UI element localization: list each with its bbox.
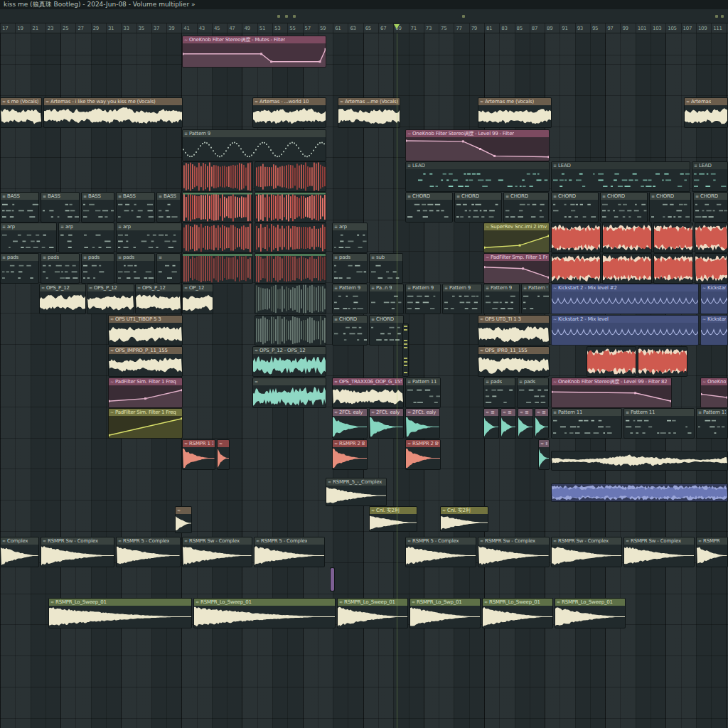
clip-header[interactable]: ≈OPS_TRAXX06_OOP_G_155	[333, 378, 403, 385]
clip[interactable]	[182, 192, 253, 223]
clip-header[interactable]: ≡CHORD	[406, 193, 452, 200]
clip-header[interactable]: ≈RSMPR Sw - Complex	[183, 537, 252, 545]
clip-header[interactable]: ≡CHORD	[694, 193, 727, 200]
clip[interactable]: ≡arp	[58, 223, 114, 253]
clip-header[interactable]: ≡LEAD	[692, 162, 727, 169]
clip[interactable]: ≈RSMPR_Lo_Sweep_01	[555, 598, 626, 628]
clip-header[interactable]: ≡arp	[1, 223, 56, 230]
clip-header[interactable]: ≈RSMPR 2 8v	[406, 440, 440, 447]
clip[interactable]: ≈Artemas - ...world 10	[252, 97, 326, 128]
clip-header[interactable]: ≈RSMPR 2 8	[333, 440, 367, 447]
clip-header[interactable]: ≈RSMPR 5 - Complex	[255, 537, 324, 545]
clip-header[interactable]: ≡BASS	[41, 193, 79, 200]
clip-header[interactable]: ≡Pattern 9	[522, 284, 549, 291]
clip[interactable]: ≈RSMPR Sw - Complex	[182, 537, 252, 567]
clip[interactable]: ≡CHORD	[454, 192, 502, 223]
clip[interactable]: ≡LEAD	[405, 161, 550, 192]
clip-header[interactable]: ≈OPS_P_12	[87, 284, 134, 291]
clip-header[interactable]: ≈Artemas me (Vocals)	[478, 98, 551, 105]
clip-header[interactable]: ≈RSMPR Sw - Complex	[552, 537, 621, 545]
clip-header[interactable]: ≡BASS	[82, 193, 114, 200]
clip[interactable]: ≡Pattern 11	[623, 408, 695, 439]
clip[interactable]: ≡arp	[332, 223, 368, 253]
clip[interactable]: ≡CHORD	[600, 192, 648, 223]
clip[interactable]: ≡Pattern 9	[483, 284, 520, 314]
clip-header[interactable]: ~Kickstart 2	[701, 316, 727, 323]
clip-header[interactable]: ≈RSMPR_5_-_Complex	[326, 478, 386, 486]
clip[interactable]: ≡arp	[0, 223, 57, 253]
clip-header[interactable]: ≡LEAD	[406, 162, 549, 169]
clip-header[interactable]: ≡BASS	[117, 193, 154, 200]
clip-header[interactable]: ~OneKnob	[701, 378, 727, 385]
clip[interactable]: ≡CHORD	[649, 192, 691, 223]
clip[interactable]: ≈Artemas me (Vocals)	[478, 97, 552, 128]
clip-header[interactable]: ≈RSMPR_Lo_Sweep_01	[194, 599, 335, 606]
clip-header[interactable]: ≡CHORD	[455, 193, 501, 200]
clip-header[interactable]: ≈2FCt. ealy	[333, 409, 367, 416]
clip-header[interactable]: ≈Complex	[1, 537, 38, 545]
clip[interactable]	[255, 192, 326, 223]
clip-header[interactable]: ~OneKnob Filter Stereo调度 - Level 99 - Fi…	[552, 378, 671, 385]
clip[interactable]: ≈≡	[535, 408, 549, 439]
clip[interactable]	[551, 253, 601, 284]
clip[interactable]: ≡pads	[332, 253, 368, 284]
clip[interactable]: ≡Pa..n 9	[369, 284, 404, 314]
clip-header[interactable]: ~PadFilter Sim. Filter 1 Freq	[109, 409, 182, 416]
clip-header[interactable]: ~Kickstart 2	[701, 284, 727, 291]
clip[interactable]: ≈s me (Vocals)	[0, 97, 42, 128]
clip-header[interactable]: ≈Cnl. 安2利	[370, 507, 417, 514]
clip-header[interactable]: ≡CHORD	[552, 193, 598, 200]
clip[interactable]: ≈RSMPR 1 16	[182, 439, 215, 470]
clip[interactable]	[602, 223, 652, 253]
clip-header[interactable]: ≡arp	[117, 223, 181, 230]
clip-header[interactable]: ≡Pattern 9	[406, 284, 440, 291]
clip-header[interactable]: ≡arp	[59, 223, 114, 230]
clip[interactable]: ≈Complex	[0, 537, 39, 567]
playhead-marker[interactable]	[394, 24, 400, 29]
clip[interactable]	[551, 223, 601, 253]
clip[interactable]: ≈RSMPR 2 8v	[405, 439, 441, 470]
clip-header[interactable]: ≈≡	[535, 409, 548, 416]
clip[interactable]: ≈	[175, 506, 192, 533]
clip[interactable]	[255, 223, 326, 253]
clip-header[interactable]: ≈	[253, 378, 326, 385]
clip[interactable]: ≡Pattern 9	[442, 284, 482, 314]
clip[interactable]: ≈RSMPR Sw - Complex	[41, 537, 114, 567]
clip[interactable]: ~SuperRev Snc.imi 2 imv 82	[483, 223, 550, 253]
clip-header[interactable]: ≈RSMPR Sw - Complex	[624, 537, 694, 545]
clip-header[interactable]: ≡CHORD	[370, 316, 403, 323]
clip[interactable]	[602, 253, 652, 284]
clip[interactable]: ≡Pattern 9	[332, 284, 368, 314]
clip[interactable]: ≈OPS_P_12	[87, 284, 134, 314]
clip[interactable]: ~Kickstart 2 - Mix level	[551, 315, 699, 346]
clip[interactable]: ≡pads	[116, 253, 155, 284]
clip[interactable]: ≈Artemas ...me (Vocals)	[338, 97, 400, 128]
clip[interactable]: ≈RSMPR 5 - Complex	[116, 537, 181, 567]
clip-header[interactable]: ≈2FCt. ealy	[406, 409, 439, 416]
clip-header[interactable]: ≈≡	[518, 409, 532, 416]
clip-header[interactable]: ≡pads	[518, 378, 548, 385]
clip-header[interactable]: ≈≡	[539, 440, 549, 447]
clip-header[interactable]: ≡Pattern 11	[697, 409, 727, 416]
clip[interactable]: ≈RSMPR 5 - Complex	[254, 537, 325, 567]
clip[interactable]: ≡CHORD	[369, 315, 404, 346]
clip-header[interactable]: ≈RSMPR Sw - Complex	[478, 537, 549, 545]
clip[interactable]	[255, 161, 326, 192]
clip[interactable]: ≡Pattern 9	[521, 284, 550, 314]
clip[interactable]: ≈	[252, 378, 326, 408]
clip[interactable]: ≈RSMPR_Lo_Sweep_01	[48, 598, 192, 628]
clip[interactable]: ≡BASS	[81, 192, 114, 223]
clip-header[interactable]: ≡pads	[82, 254, 114, 261]
clip[interactable]: ≈RSMPR_Lo_Sweep_01	[337, 598, 408, 628]
clip-header[interactable]: ~OneKnob Filter Stereo调度 - Level 99 - Fi…	[406, 130, 549, 137]
clip-header[interactable]: ≡Pattern 11	[552, 409, 621, 416]
clip[interactable]: ≈RSMPR Sw - Complex	[551, 537, 622, 567]
clip-header[interactable]: ≈	[176, 507, 191, 514]
clip[interactable]: ≈RSMPR Sw - Complex	[478, 537, 550, 567]
clip[interactable]: ≡Pattern 11	[405, 378, 441, 408]
clip[interactable]: ≈RSMPR 2 8	[332, 439, 368, 470]
clip-header[interactable]: ~PadFilter Smp. Filter 1 Freq	[484, 254, 549, 261]
clip-header[interactable]: ≈RSMPR_Lo_Swp_01	[410, 599, 480, 606]
clip[interactable]	[653, 223, 693, 253]
clip[interactable]: ~OneKnob Filter Stereo调度 - Level 99 - Fi…	[405, 129, 550, 161]
